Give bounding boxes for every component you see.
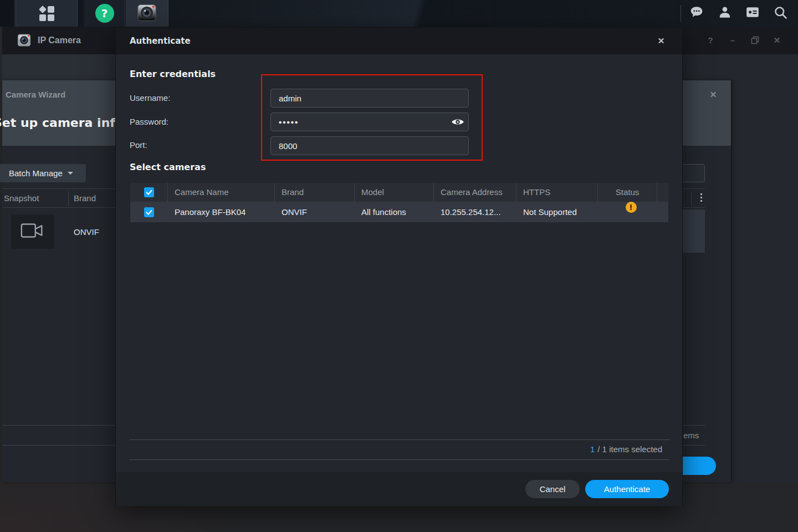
col-model[interactable]: Model (355, 183, 434, 202)
window-toolbar (2, 54, 115, 80)
cell-https: Not Supported (516, 202, 598, 222)
column-options-icon[interactable] (696, 193, 706, 204)
cancel-button[interactable]: Cancel (525, 480, 580, 498)
cell-camera-name: Panoraxy BF-BK04 (168, 202, 275, 222)
select-all-checkbox[interactable] (144, 187, 154, 197)
taskbar-spacer (0, 0, 15, 27)
apps-grid-icon (39, 6, 54, 21)
wizard-row-right-fragment (683, 209, 705, 253)
camera-app-icon (136, 2, 157, 25)
help-button[interactable]: ? (84, 0, 125, 27)
col-camera-name[interactable]: Camera Name (168, 183, 275, 202)
window-minimize-button[interactable]: – (725, 27, 740, 54)
camera-snapshot-placeholder[interactable] (11, 214, 54, 249)
col-https[interactable]: HTTPS (516, 183, 598, 202)
row-checkbox[interactable] (144, 207, 154, 217)
search-button[interactable] (771, 0, 789, 27)
surveillance-app-button[interactable] (126, 0, 168, 27)
batch-manage-button[interactable]: Batch Manage (0, 164, 86, 182)
widgets-button[interactable] (744, 0, 761, 27)
row-checkbox-cell (130, 202, 168, 222)
cameras-table-header: Camera Name Brand Model Camera Address H… (130, 183, 668, 202)
search-icon (773, 5, 788, 22)
port-field[interactable] (270, 136, 469, 155)
authenticate-dialog: Authenticate ✕ Enter credentials Usernam… (115, 28, 683, 506)
password-label: Password: (130, 117, 168, 126)
taskbar: ? (0, 0, 798, 27)
cell-camera-address: 10.255.254.12... (434, 202, 516, 222)
window-title: IP Camera (38, 27, 81, 54)
col-spacer (657, 183, 668, 202)
selection-summary: 1/ 1 items selected (590, 444, 662, 454)
window-maximize-button[interactable] (748, 27, 762, 45)
help-icon: ? (95, 4, 114, 23)
authenticate-button[interactable]: Authenticate (585, 480, 669, 498)
wizard-col-snapshot: Snapshot (4, 189, 39, 208)
taskbar-divider (681, 5, 681, 22)
user-menu-button[interactable] (716, 0, 734, 27)
camera-app-icon-small (17, 33, 32, 50)
cameras-table: Camera Name Brand Model Camera Address H… (130, 183, 668, 222)
chat-bubble-icon (689, 5, 704, 22)
notifications-button[interactable] (688, 0, 705, 27)
username-field[interactable] (270, 89, 469, 108)
wizard-step-title: Set up camera info (0, 116, 124, 130)
cell-status: ! (598, 202, 657, 222)
select-all-cell (130, 183, 168, 202)
table-row[interactable]: Panoraxy BF-BK04 ONVIF All functions 10.… (130, 202, 668, 222)
show-password-icon[interactable] (451, 117, 464, 127)
user-icon (718, 5, 732, 22)
wizard-title: Camera Wizard (6, 90, 65, 99)
selected-count: 1 (590, 444, 595, 454)
dialog-close-button[interactable]: ✕ (653, 28, 669, 54)
chevron-down-icon (68, 172, 73, 175)
wizard-col-brand: Brand (74, 189, 96, 208)
window-close-button[interactable]: ✕ (770, 27, 784, 54)
password-field[interactable] (270, 112, 469, 131)
cell-model: All functions (355, 202, 434, 222)
widgets-card-icon (745, 5, 760, 22)
dialog-title: Authenticate (130, 28, 191, 54)
batch-manage-label: Batch Manage (9, 168, 63, 178)
cell-brand: ONVIF (275, 202, 355, 222)
warning-status-icon[interactable]: ! (626, 202, 637, 213)
wizard-row-brand: ONVIF (74, 227, 99, 237)
col-status[interactable]: Status (598, 183, 657, 202)
wizard-items-count-fragment: ems (683, 431, 699, 440)
dialog-header: Authenticate ✕ (116, 28, 682, 54)
port-label: Port: (130, 140, 147, 150)
col-brand[interactable]: Brand (275, 183, 355, 202)
video-camera-icon (20, 221, 45, 243)
screen: ? (0, 0, 798, 532)
username-label: Username: (130, 93, 170, 103)
select-cameras-heading: Select cameras (130, 162, 206, 172)
wizard-close-button[interactable]: ✕ (706, 88, 720, 102)
credentials-heading: Enter credentials (130, 69, 216, 79)
window-help-button[interactable]: ? (703, 27, 718, 54)
apps-menu-button[interactable] (16, 0, 78, 27)
col-camera-address[interactable]: Camera Address (434, 183, 516, 202)
